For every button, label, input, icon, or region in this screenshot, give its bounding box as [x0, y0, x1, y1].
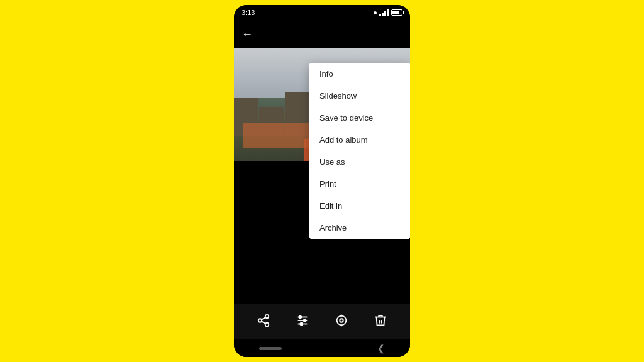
menu-item-archive[interactable]: Archive: [309, 217, 410, 239]
status-icons: [374, 9, 402, 16]
dot-icon: [374, 11, 377, 14]
svg-point-10: [300, 322, 303, 325]
nav-chevron-icon[interactable]: ❮: [377, 343, 385, 353]
photo-area: Info Slideshow Save to device Add to alb…: [234, 48, 410, 304]
menu-item-slideshow[interactable]: Slideshow: [309, 85, 410, 107]
svg-point-0: [265, 314, 269, 318]
menu-item-add-to-album[interactable]: Add to album: [309, 129, 410, 151]
tune-icon[interactable]: [296, 314, 309, 331]
crop-icon[interactable]: [335, 314, 348, 331]
menu-item-info[interactable]: Info: [309, 63, 410, 85]
building: [234, 98, 258, 136]
svg-point-1: [258, 319, 262, 322]
status-time: 3:13: [242, 9, 255, 16]
svg-line-4: [262, 317, 265, 319]
menu-item-print[interactable]: Print: [309, 173, 410, 195]
battery-icon: [391, 9, 402, 16]
bottom-bar: [234, 304, 410, 339]
back-button[interactable]: ←: [242, 28, 253, 41]
menu-item-save-to-device[interactable]: Save to device: [309, 107, 410, 129]
context-menu: Info Slideshow Save to device Add to alb…: [309, 63, 410, 239]
menu-item-use-as[interactable]: Use as: [309, 151, 410, 173]
top-bar: ←: [234, 20, 410, 48]
nav-pill: [259, 347, 282, 350]
share-icon[interactable]: [257, 314, 270, 331]
status-bar: 3:13: [234, 5, 410, 20]
nav-bar: ❮: [234, 339, 410, 357]
delete-icon[interactable]: [374, 314, 387, 331]
svg-point-12: [340, 319, 343, 322]
menu-item-edit-in[interactable]: Edit in: [309, 195, 410, 217]
svg-point-8: [299, 315, 302, 318]
building: [285, 92, 309, 136]
svg-point-9: [304, 319, 306, 322]
signal-icon: [379, 9, 389, 16]
svg-point-2: [265, 322, 269, 326]
svg-point-11: [337, 315, 347, 325]
phone-container: 3:13 ←: [234, 5, 410, 357]
svg-line-3: [262, 321, 265, 324]
building: [259, 107, 283, 136]
